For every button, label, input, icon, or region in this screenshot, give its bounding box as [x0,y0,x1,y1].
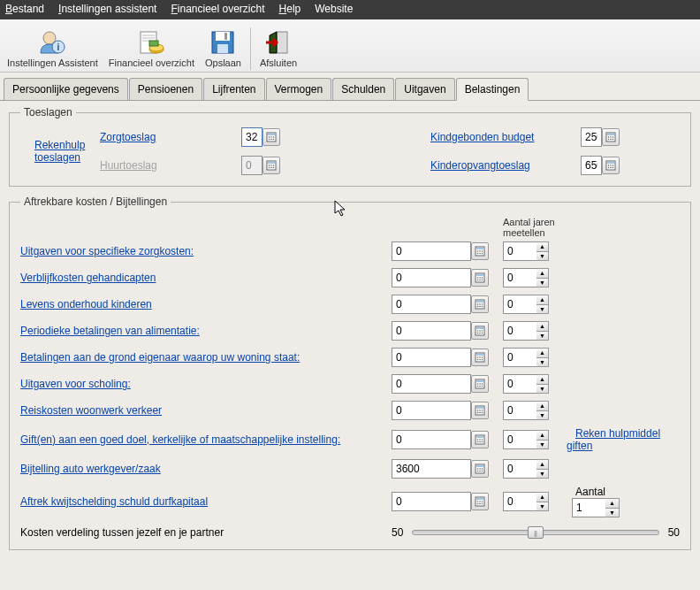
years-spinner[interactable]: ▲▼ [536,459,549,479]
aftrek-row-label[interactable]: Levens onderhoud kinderen [20,298,392,310]
aftrek-value-input[interactable] [392,268,471,287]
zorgtoeslag-calc-button[interactable] [262,128,280,146]
kindgebonden-calc-button[interactable] [602,128,620,146]
aftrek-calc-button[interactable] [471,402,489,419]
spin-down-icon[interactable]: ▼ [536,279,548,287]
aantal-spinner[interactable]: ▲▼ [605,498,620,517]
aftrek-years-input[interactable] [503,321,536,341]
aftrek-row-label[interactable]: Verblijfkosten gehandicapten [20,272,392,284]
menu-financieel-overzicht[interactable]: Financieel overzicht [171,3,264,17]
kinderopvang-input[interactable] [581,156,602,175]
aftrek-value-input[interactable] [392,492,471,511]
zorgtoeslag-label[interactable]: Zorgtoeslag [100,131,241,143]
slider-thumb[interactable]: || [528,526,544,539]
spin-down-icon[interactable]: ▼ [536,502,548,511]
spin-up-icon[interactable]: ▲ [536,493,548,502]
aftrek-row-label[interactable]: Aftrek kwijtschelding schuld durfkapitaa… [20,495,392,508]
aftrek-row-label[interactable]: Bijtelling auto werkgever/zaak [20,463,392,475]
years-spinner[interactable]: ▲▼ [536,295,549,314]
aftrek-value-input[interactable] [392,430,471,449]
spin-up-icon[interactable]: ▲ [536,295,548,305]
spin-down-icon[interactable]: ▼ [536,305,548,314]
years-spinner[interactable]: ▲▼ [536,492,549,511]
menu-bestand[interactable]: Bestand [5,3,44,17]
tab-uitgaven[interactable]: Uitgaven [395,78,454,100]
aftrek-calc-button[interactable] [471,269,489,287]
aftrek-years-input[interactable] [503,374,536,394]
tab-belastingen[interactable]: Belastingen [456,78,529,101]
aftrek-calc-button[interactable] [471,375,489,393]
menu-instellingen-assistent[interactable]: Instellingen assistent [58,3,156,17]
aftrek-value-input[interactable] [392,295,471,314]
aftrek-years-input[interactable] [503,241,536,261]
spin-down-icon[interactable]: ▼ [536,411,548,420]
spin-up-icon[interactable]: ▲ [536,375,548,385]
tab-schulden[interactable]: Schulden [332,78,394,100]
aftrek-value-input[interactable] [392,374,471,394]
tab-pensioenen[interactable]: Pensioenen [129,78,202,100]
toolbar-opslaan[interactable]: Opslaan [200,27,247,70]
kindgebonden-label[interactable]: Kindgebonden budget [430,131,581,143]
spin-down-icon[interactable]: ▼ [536,470,548,479]
rekenhulp-toeslagen-link[interactable]: Rekenhulp toeslagen [34,139,100,164]
aftrek-row-label[interactable]: Uitgaven voor specifieke zorgkosten: [20,245,392,257]
menu-help[interactable]: Help [279,3,301,17]
tab-lijfrenten[interactable]: Lijfrenten [203,78,264,100]
years-spinner[interactable]: ▲▼ [536,268,549,287]
spin-down-icon[interactable]: ▼ [536,441,548,449]
aftrek-calc-button[interactable] [471,460,489,478]
kinderopvang-label[interactable]: Kinderopvangtoeslag [430,159,581,172]
menu-website[interactable]: Website [315,3,353,17]
aftrek-calc-button[interactable] [471,349,489,366]
spin-up-icon[interactable]: ▲ [536,349,548,358]
toolbar-afsluiten[interactable]: Afsluiten [255,27,302,70]
spin-down-icon[interactable]: ▼ [536,332,548,341]
aftrek-years-input[interactable] [503,430,536,449]
spin-up-icon[interactable]: ▲ [536,460,548,470]
reken-hulpmiddel-giften-link[interactable]: Reken hulpmiddel giften [567,427,660,452]
aftrek-calc-button[interactable] [471,242,489,260]
spin-up-icon[interactable]: ▲ [536,322,548,332]
spin-up-icon[interactable]: ▲ [536,431,548,441]
toolbar-financieel-overzicht[interactable]: Financieel overzicht [103,27,200,70]
spin-up-icon[interactable]: ▲ [536,242,548,252]
aftrek-value-input[interactable] [392,459,471,479]
spin-down-icon[interactable]: ▼ [536,385,548,394]
huurtoeslag-calc-button[interactable] [262,157,280,174]
years-spinner[interactable]: ▲▼ [536,401,549,420]
tab-persoonlijke-gegevens[interactable]: Persoonlijke gegevens [4,78,128,100]
aftrek-row-label[interactable]: Uitgaven voor scholing: [20,378,392,390]
aftrek-years-input[interactable] [503,268,536,287]
spin-up-icon[interactable]: ▲ [605,499,619,509]
kindgebonden-input[interactable] [581,127,602,147]
aftrek-years-input[interactable] [503,295,536,314]
kosten-verdeling-slider[interactable]: || [412,530,658,535]
aftrek-years-input[interactable] [503,459,536,479]
aftrek-value-input[interactable] [392,401,471,420]
aftrek-calc-button[interactable] [471,322,489,340]
aftrek-calc-button[interactable] [471,431,489,448]
years-spinner[interactable]: ▲▼ [536,241,549,261]
aftrek-years-input[interactable] [503,401,536,420]
aftrek-calc-button[interactable] [471,493,489,510]
kinderopvang-calc-button[interactable] [602,157,620,174]
aftrek-value-input[interactable] [392,348,471,367]
years-spinner[interactable]: ▲▼ [536,321,549,341]
aftrek-years-input[interactable] [503,348,536,367]
tab-vermogen[interactable]: Vermogen [266,78,332,100]
years-spinner[interactable]: ▲▼ [536,348,549,367]
spin-up-icon[interactable]: ▲ [536,402,548,411]
toolbar-instellingen-assistent[interactable]: i Instellingen Assistent [2,27,103,70]
years-spinner[interactable]: ▲▼ [536,430,549,449]
aftrek-row-label[interactable]: Betalingen aan de grond eigenaar waarop … [20,351,392,364]
spin-down-icon[interactable]: ▼ [605,509,619,517]
aftrek-years-input[interactable] [503,492,536,511]
aftrek-value-input[interactable] [392,241,471,261]
spin-up-icon[interactable]: ▲ [536,269,548,279]
aftrek-row-label[interactable]: Periodieke betalingen van alimentatie: [20,325,392,337]
zorgtoeslag-input[interactable] [241,127,262,147]
years-spinner[interactable]: ▲▼ [536,374,549,394]
spin-down-icon[interactable]: ▼ [536,252,548,261]
aftrek-calc-button[interactable] [471,295,489,313]
aftrek-row-label[interactable]: Gift(en) aan een goed doel, kerkelijke o… [20,433,392,446]
